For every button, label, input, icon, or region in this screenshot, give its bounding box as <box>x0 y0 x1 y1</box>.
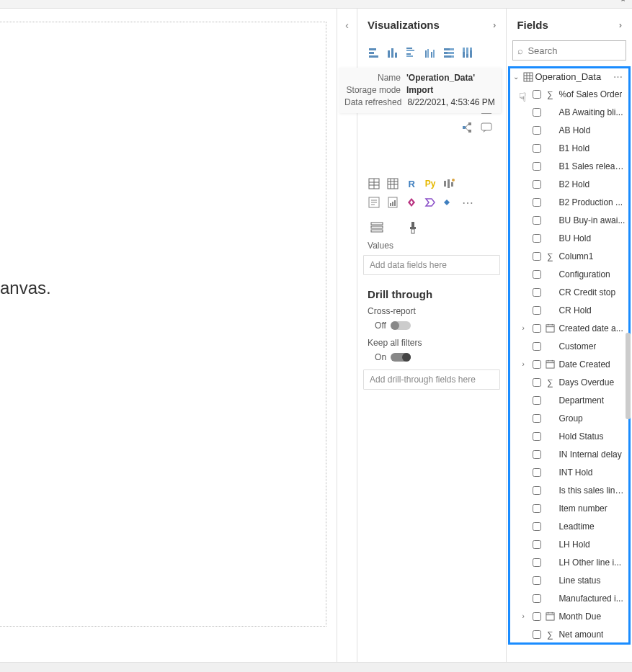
field-checkbox[interactable] <box>533 540 541 549</box>
drillthrough-drop-zone[interactable]: Add drill-through fields here <box>363 369 500 390</box>
field-checkbox[interactable] <box>533 576 541 585</box>
field-checkbox[interactable] <box>533 522 541 531</box>
field-item[interactable]: CR Hold <box>510 301 628 319</box>
field-checkbox[interactable] <box>533 594 541 603</box>
field-item[interactable]: ∑Column1 <box>510 247 628 265</box>
field-item[interactable]: B1 Hold <box>510 139 628 157</box>
values-drop-zone[interactable]: Add data fields here <box>363 255 500 275</box>
qa-visual-icon[interactable] <box>479 120 494 135</box>
field-item[interactable]: ∑Days Overdue <box>510 373 628 391</box>
field-item[interactable]: ›Date Created <box>510 355 628 373</box>
key-influencers-icon[interactable] <box>441 176 457 192</box>
clustered-column-icon[interactable] <box>422 45 438 61</box>
field-item[interactable]: B2 Hold <box>510 175 628 193</box>
canvas-page[interactable]: anvas. <box>0 22 326 627</box>
stacked-column-icon[interactable] <box>385 45 401 61</box>
decomposition-tree-icon[interactable] <box>460 120 476 135</box>
field-checkbox[interactable] <box>533 288 541 297</box>
keep-filters-toggle[interactable]: On <box>375 352 411 362</box>
field-item[interactable]: B2 Production ... <box>510 193 628 211</box>
expand-field-icon[interactable]: › <box>522 324 529 332</box>
field-checkbox[interactable] <box>533 162 541 171</box>
field-item[interactable]: AB Awaiting bli... <box>510 103 628 121</box>
field-item[interactable]: CR Credit stop <box>510 283 628 301</box>
field-item[interactable]: Leadtime <box>510 517 628 535</box>
field-item[interactable]: LH Hold <box>510 535 628 553</box>
field-item[interactable]: AB Hold <box>510 121 628 139</box>
field-checkbox[interactable] <box>533 630 541 639</box>
field-item[interactable]: Department <box>510 391 628 409</box>
field-checkbox[interactable] <box>533 486 541 495</box>
field-item[interactable]: Is this sales line... <box>510 481 628 499</box>
field-checkbox[interactable] <box>533 90 541 99</box>
field-checkbox[interactable] <box>533 234 541 243</box>
expand-filters-icon[interactable]: ‹ <box>345 19 349 31</box>
fields-tab-icon[interactable] <box>368 219 386 235</box>
field-checkbox[interactable] <box>533 270 541 279</box>
more-options-icon[interactable]: ⋯ <box>460 194 476 210</box>
fields-scrollbar[interactable] <box>626 333 631 419</box>
100-stacked-bar-icon[interactable] <box>441 45 457 61</box>
field-checkbox[interactable] <box>533 450 541 459</box>
field-checkbox[interactable] <box>533 324 541 333</box>
matrix-icon[interactable] <box>385 176 401 192</box>
expand-table-icon[interactable]: ⌄ <box>513 73 522 81</box>
collapse-fields-icon[interactable]: › <box>619 19 622 30</box>
field-checkbox[interactable] <box>533 432 541 441</box>
field-checkbox[interactable] <box>533 396 541 405</box>
field-checkbox[interactable] <box>533 414 541 423</box>
100-stacked-column-icon[interactable] <box>460 45 476 61</box>
field-item[interactable]: B1 Sales releas... <box>510 157 628 175</box>
field-item[interactable]: ›Month Due <box>510 607 628 625</box>
field-item[interactable]: ∑%of Sales Order <box>510 85 628 103</box>
expand-field-icon[interactable]: › <box>522 360 529 368</box>
expand-field-icon[interactable]: › <box>522 612 529 620</box>
field-item[interactable]: IN Internal delay <box>510 445 628 463</box>
field-item[interactable]: Line status <box>510 571 628 589</box>
field-item[interactable]: Configuration <box>510 265 628 283</box>
collapse-ribbon-icon[interactable]: ⌃ <box>620 0 626 7</box>
field-item[interactable]: BU Hold <box>510 229 628 247</box>
power-automate-icon[interactable] <box>422 194 438 210</box>
field-item[interactable]: Customer <box>510 337 628 355</box>
field-item[interactable]: ›Created date a... <box>510 319 628 337</box>
smart-narrative-icon[interactable] <box>366 194 382 210</box>
field-item[interactable]: INT Hold <box>510 463 628 481</box>
field-item[interactable]: Group <box>510 409 628 427</box>
cross-report-toggle[interactable]: Off <box>375 321 411 331</box>
search-input[interactable] <box>528 45 621 56</box>
power-apps-icon[interactable] <box>404 194 419 210</box>
field-item[interactable]: Item number <box>510 499 628 517</box>
field-checkbox[interactable] <box>533 252 541 261</box>
field-checkbox[interactable] <box>533 306 541 315</box>
field-item[interactable]: Hold Status <box>510 427 628 445</box>
field-checkbox[interactable] <box>533 558 541 567</box>
python-visual-icon[interactable]: Py <box>422 176 438 192</box>
collapse-viz-icon[interactable]: › <box>493 19 496 30</box>
table-node[interactable]: ⌄ Operation_Data ⋯ <box>510 68 628 85</box>
clustered-bar-icon[interactable] <box>404 45 419 61</box>
table-icon[interactable] <box>366 176 382 192</box>
field-item[interactable]: Manufactured i... <box>510 589 628 607</box>
field-checkbox[interactable] <box>533 378 541 387</box>
field-item[interactable]: LH Other line i... <box>510 553 628 571</box>
field-item[interactable]: BU Buy-in awai... <box>510 211 628 229</box>
field-checkbox[interactable] <box>533 216 541 225</box>
field-checkbox[interactable] <box>533 180 541 189</box>
field-checkbox[interactable] <box>533 126 541 135</box>
field-checkbox[interactable] <box>533 108 541 117</box>
get-more-visuals-icon[interactable] <box>441 194 457 210</box>
paginated-report-icon[interactable] <box>385 194 401 210</box>
table-more-icon[interactable]: ⋯ <box>610 71 626 82</box>
field-checkbox[interactable] <box>533 198 541 207</box>
field-checkbox[interactable] <box>533 144 541 153</box>
field-checkbox[interactable] <box>533 468 541 477</box>
format-tab-icon[interactable] <box>404 219 422 235</box>
field-checkbox[interactable] <box>533 360 541 369</box>
field-item[interactable]: ∑Net amount <box>510 625 628 643</box>
fields-search[interactable]: ⌕ <box>512 40 626 61</box>
r-visual-icon[interactable]: R <box>404 176 419 192</box>
report-canvas[interactable]: anvas. <box>0 9 337 662</box>
field-checkbox[interactable] <box>533 342 541 351</box>
field-checkbox[interactable] <box>533 612 541 621</box>
